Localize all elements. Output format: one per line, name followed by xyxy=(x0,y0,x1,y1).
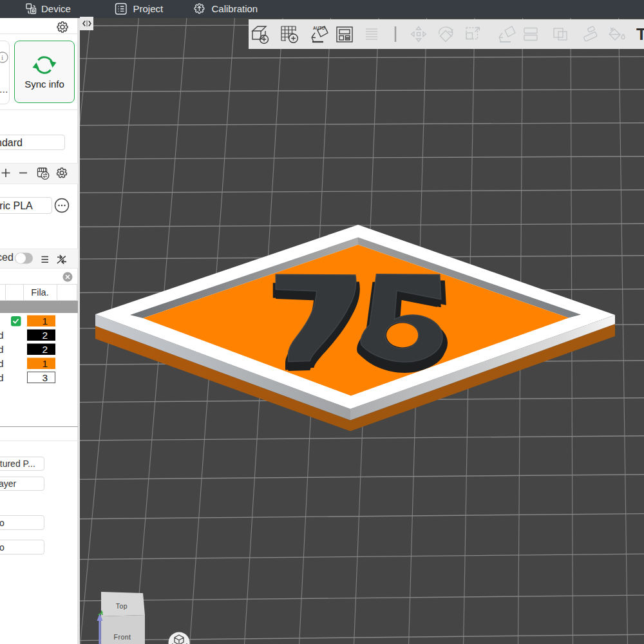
svg-text:d: d xyxy=(0,358,4,369)
svg-text:Device: Device xyxy=(41,3,71,14)
svg-text:d: d xyxy=(0,344,4,355)
svg-text:Front: Front xyxy=(113,633,131,641)
svg-text:Project: Project xyxy=(133,3,164,14)
svg-text:i: i xyxy=(1,53,3,61)
svg-text:2: 2 xyxy=(42,330,48,341)
svg-text:1: 1 xyxy=(42,358,48,369)
svg-text:Calibration: Calibration xyxy=(212,3,258,14)
svg-text:AUTO: AUTO xyxy=(313,26,325,30)
svg-text:Sync info: Sync info xyxy=(24,79,64,90)
svg-text:...: ... xyxy=(0,84,8,95)
svg-text:d: d xyxy=(0,372,4,383)
svg-text:Top: Top xyxy=(116,602,128,610)
svg-text:d: d xyxy=(0,330,4,341)
svg-text:T: T xyxy=(636,24,644,44)
svg-text:Fila.: Fila. xyxy=(31,287,48,298)
svg-text:2: 2 xyxy=(42,344,48,355)
svg-text:1: 1 xyxy=(42,316,48,327)
svg-text:3: 3 xyxy=(42,372,48,383)
